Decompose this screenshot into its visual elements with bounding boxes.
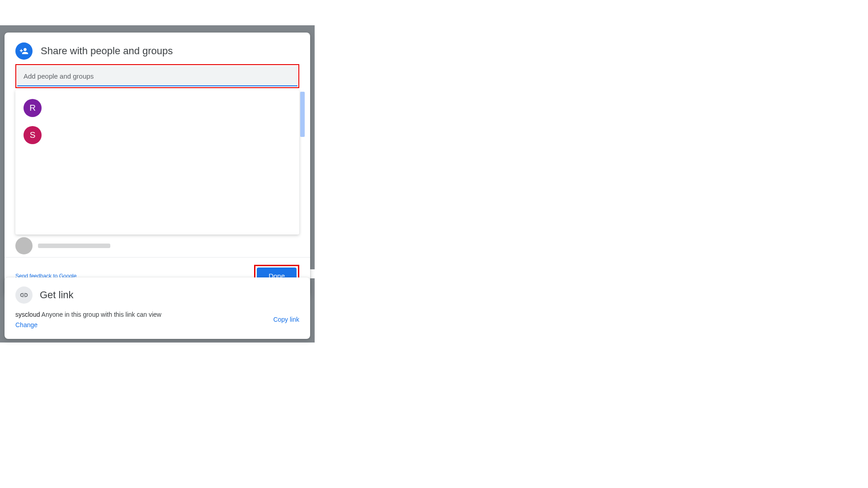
avatar bbox=[15, 237, 33, 254]
link-description-suffix: Anyone in this group with this link can … bbox=[40, 311, 161, 318]
get-link-card: Get link syscloud Anyone in this group w… bbox=[5, 277, 310, 339]
avatar: R bbox=[24, 99, 42, 117]
obscured-email bbox=[38, 244, 110, 248]
share-dialog: Share with people and groups R S Send fe… bbox=[5, 33, 310, 295]
link-group-name: syscloud bbox=[15, 311, 40, 318]
add-people-input[interactable] bbox=[17, 66, 297, 86]
existing-share-row bbox=[5, 235, 310, 257]
input-highlight bbox=[15, 64, 299, 88]
person-add-icon bbox=[15, 42, 33, 60]
avatar: S bbox=[24, 126, 42, 144]
link-description: syscloud Anyone in this group with this … bbox=[15, 310, 161, 319]
get-link-header: Get link bbox=[15, 286, 299, 304]
link-icon bbox=[15, 286, 33, 304]
share-title: Share with people and groups bbox=[41, 45, 173, 57]
get-link-title: Get link bbox=[40, 289, 74, 301]
scrollbar-thumb[interactable] bbox=[300, 92, 305, 137]
suggestion-dropdown: R S bbox=[15, 90, 299, 235]
change-link[interactable]: Change bbox=[15, 321, 38, 328]
suggestion-item[interactable]: R bbox=[15, 94, 299, 122]
copy-link-button[interactable]: Copy link bbox=[273, 316, 299, 323]
suggestion-item[interactable]: S bbox=[15, 122, 299, 149]
share-header: Share with people and groups bbox=[5, 33, 310, 64]
get-link-body: syscloud Anyone in this group with this … bbox=[15, 310, 299, 329]
